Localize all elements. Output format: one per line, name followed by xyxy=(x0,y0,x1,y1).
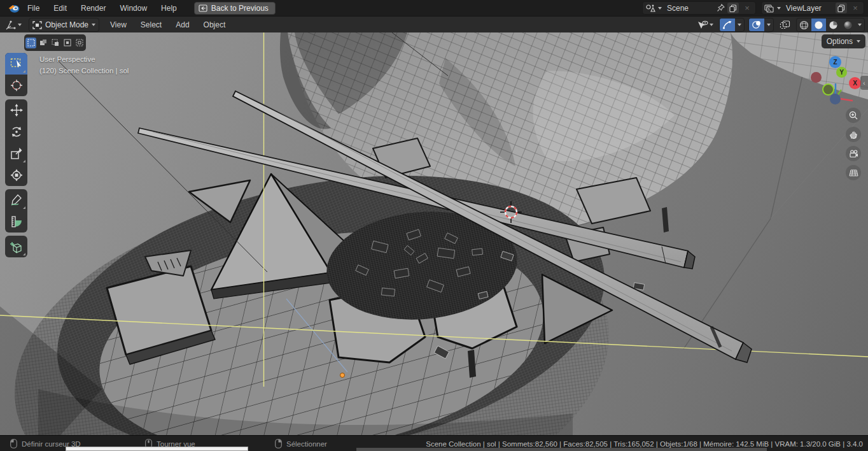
menu-object-label: Object xyxy=(204,20,226,29)
scene-selector[interactable]: Scene × xyxy=(642,1,756,15)
remove-viewlayer-button[interactable]: × xyxy=(850,3,861,13)
shading-mode-controls xyxy=(796,18,865,32)
sidebar-toggle[interactable]: ‹ xyxy=(860,76,868,90)
hint-right-mouse: Sélectionner xyxy=(275,436,327,451)
show-gizmo-toggle[interactable] xyxy=(720,18,735,31)
menu-window-label: Window xyxy=(120,4,147,13)
gizmo-axis-x-neg[interactable] xyxy=(811,72,822,83)
chevron-down-icon xyxy=(710,24,713,26)
orthographic-toggle-button[interactable] xyxy=(846,165,861,180)
show-overlays-toggle[interactable] xyxy=(749,18,764,31)
select-mode-invert[interactable] xyxy=(62,38,73,48)
select-box-icon xyxy=(10,58,23,69)
tool-measure[interactable] xyxy=(5,211,27,233)
origin-point[interactable] xyxy=(340,373,345,378)
menu-select[interactable]: Select xyxy=(134,17,169,33)
select-invert-icon xyxy=(64,39,71,47)
close-icon: × xyxy=(853,3,858,13)
shading-options[interactable] xyxy=(855,18,864,31)
gizmo-axis-x[interactable]: X xyxy=(849,77,861,89)
mode-selector[interactable]: Object Mode xyxy=(29,18,99,32)
menu-help[interactable]: Help xyxy=(154,0,184,16)
menu-window[interactable]: Window xyxy=(113,0,154,16)
blender-window: File Edit Render Window Help Back to Pre… xyxy=(0,0,868,451)
mouse-right-icon xyxy=(275,439,282,448)
annotate-pencil-icon xyxy=(10,194,23,206)
copy-icon xyxy=(729,4,737,12)
gizmo-icon xyxy=(722,20,732,29)
tool-move[interactable] xyxy=(5,99,27,121)
background-window-sliver-2 xyxy=(356,448,767,451)
new-viewlayer-button[interactable] xyxy=(836,3,847,13)
menu-help-label: Help xyxy=(161,4,177,13)
pan-button[interactable] xyxy=(846,127,861,142)
tool-cursor[interactable] xyxy=(5,75,27,96)
blender-logo[interactable] xyxy=(8,3,20,13)
selectability-visibility-selector[interactable] xyxy=(695,18,715,31)
menu-file[interactable]: File xyxy=(20,0,46,16)
axis-y-label: Y xyxy=(839,69,844,76)
select-intersect-icon xyxy=(76,39,83,47)
tool-select-box[interactable] xyxy=(5,53,27,75)
shading-wireframe-button[interactable] xyxy=(797,18,811,31)
camera-view-icon xyxy=(849,150,858,158)
chevron-left-icon: ‹ xyxy=(863,80,865,87)
new-scene-button[interactable] xyxy=(727,3,739,13)
scene-name-value[interactable]: Scene xyxy=(664,4,714,13)
viewport-overlay-text: User Perspective (120) Scene Collection … xyxy=(39,54,129,76)
menu-add-label: Add xyxy=(176,20,189,29)
gizmo-axis-z-neg[interactable] xyxy=(830,94,841,104)
menu-object[interactable]: Object xyxy=(197,17,233,33)
select-set-icon xyxy=(27,39,35,47)
select-mode-intersect[interactable] xyxy=(74,38,85,48)
select-subtract-icon xyxy=(52,39,59,47)
chevron-down-icon xyxy=(658,7,662,10)
xray-icon xyxy=(780,20,790,29)
menu-edit[interactable]: Edit xyxy=(46,0,74,16)
measure-icon xyxy=(10,215,23,228)
menu-render[interactable]: Render xyxy=(74,0,113,16)
axis-x-label: X xyxy=(853,80,857,87)
viewlayer-name-value[interactable]: ViewLayer xyxy=(783,4,833,13)
menu-view[interactable]: View xyxy=(103,17,134,33)
shading-solid-button[interactable] xyxy=(811,18,826,31)
tool-add-cube[interactable] xyxy=(5,236,27,257)
topbar: File Edit Render Window Help Back to Pre… xyxy=(0,0,868,16)
viewport-canvas[interactable] xyxy=(0,32,868,435)
editor-type-selector[interactable] xyxy=(4,18,24,31)
3d-viewport[interactable]: User Perspective (120) Scene Collection … xyxy=(0,32,868,435)
back-to-previous-button[interactable]: Back to Previous xyxy=(194,2,276,15)
add-cube-icon xyxy=(10,240,23,254)
options-dropdown[interactable]: Options xyxy=(822,34,865,48)
tool-scale[interactable] xyxy=(5,143,27,164)
topbar-right: Scene × xyxy=(642,1,864,15)
gizmo-options[interactable] xyxy=(735,18,744,31)
menu-add[interactable]: Add xyxy=(169,17,196,33)
chevron-down-icon xyxy=(857,40,860,43)
viewlayer-selector[interactable]: ViewLayer × xyxy=(761,1,864,15)
chevron-down-icon xyxy=(767,24,771,26)
gizmo-controls xyxy=(719,18,745,32)
select-mode-extend[interactable] xyxy=(38,38,48,48)
shading-material-button[interactable] xyxy=(826,18,841,31)
tool-annotate[interactable] xyxy=(5,189,27,211)
gizmo-axis-z[interactable]: Z xyxy=(829,56,841,68)
overlays-options[interactable] xyxy=(764,18,773,31)
camera-view-button[interactable] xyxy=(846,146,861,161)
menu-render-label: Render xyxy=(81,4,106,13)
pin-icon[interactable] xyxy=(717,4,725,12)
back-arrow-icon xyxy=(199,4,207,12)
shading-solid-icon xyxy=(814,20,823,30)
zoom-button[interactable] xyxy=(846,108,861,123)
gizmo-axis-y[interactable]: Y xyxy=(836,67,847,78)
tool-rotate[interactable] xyxy=(5,121,27,143)
unlink-scene-button[interactable]: × xyxy=(741,3,753,13)
select-mode-set[interactable] xyxy=(25,38,36,48)
xray-toggle[interactable] xyxy=(778,18,792,31)
menu-select-label: Select xyxy=(141,20,162,29)
select-mode-subtract[interactable] xyxy=(50,38,60,48)
shading-rendered-button[interactable] xyxy=(841,18,855,31)
back-to-previous-label: Back to Previous xyxy=(211,4,269,13)
menu-edit-label: Edit xyxy=(53,4,67,13)
tool-transform[interactable] xyxy=(5,164,27,186)
